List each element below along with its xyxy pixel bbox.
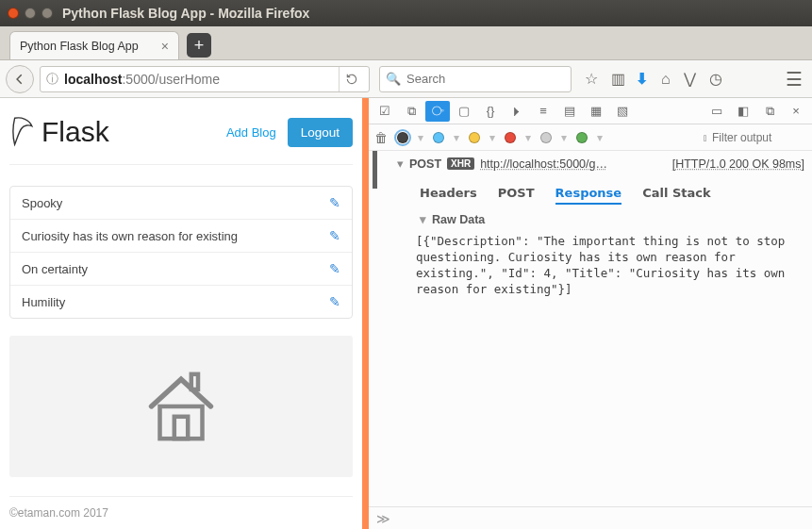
chevron-down-icon[interactable]: ▾ bbox=[489, 131, 495, 144]
filter-dot-log[interactable] bbox=[540, 132, 552, 143]
inspector-tool-icon[interactable]: ☑ bbox=[373, 101, 397, 122]
raw-data-toggle[interactable]: ▾ Raw Data bbox=[420, 212, 804, 226]
chevron-down-icon[interactable]: ▾ bbox=[597, 131, 603, 144]
edit-icon[interactable]: ✎ bbox=[329, 294, 340, 309]
web-page: Flask Add Blog Logout Spooky✎ Curiosity … bbox=[0, 98, 362, 529]
new-tab-button[interactable]: + bbox=[187, 33, 211, 58]
list-item[interactable]: Humility✎ bbox=[10, 286, 352, 318]
reload-button[interactable] bbox=[339, 67, 363, 91]
house-icon bbox=[139, 364, 224, 449]
console-tool-icon[interactable]: ⧉ bbox=[399, 101, 423, 122]
network-request-row[interactable]: ▾ POST XHR http://localhost:5000/g… [HTT… bbox=[397, 157, 804, 171]
filter-dot-warn[interactable] bbox=[469, 132, 480, 143]
edit-icon[interactable]: ✎ bbox=[329, 195, 340, 210]
subtab-post[interactable]: POST bbox=[498, 186, 535, 205]
home-icon[interactable]: ⌂ bbox=[661, 71, 671, 88]
pocket-icon[interactable]: ⋁ bbox=[684, 70, 696, 88]
blog-title: Spooky bbox=[22, 196, 62, 210]
window-title: Python Flask Blog App - Mozilla Firefox bbox=[62, 6, 309, 21]
window-close-button[interactable] bbox=[8, 8, 19, 19]
search-icon: 🔍 bbox=[386, 72, 401, 86]
expand-arrow-icon[interactable]: ▾ bbox=[397, 157, 404, 171]
subtab-headers[interactable]: Headers bbox=[420, 186, 477, 205]
responsive-tool-icon[interactable]: ▭ bbox=[704, 101, 729, 122]
info-icon[interactable]: ⓘ bbox=[46, 71, 58, 88]
request-subtabs: Headers POST Response Call Stack bbox=[420, 186, 804, 205]
svg-rect-2 bbox=[191, 374, 198, 389]
perf-tool-icon[interactable]: ≡ bbox=[531, 101, 555, 122]
search-input[interactable] bbox=[406, 72, 565, 86]
chevron-down-icon[interactable]: ▾ bbox=[525, 131, 531, 144]
url-bar[interactable]: ⓘ localhost:5000/userHome bbox=[40, 66, 370, 92]
storage-tool-icon[interactable]: ▧ bbox=[610, 101, 635, 122]
network-tool-icon[interactable]: ⧂ bbox=[425, 101, 450, 122]
list-item[interactable]: On certainty✎ bbox=[10, 253, 352, 286]
browser-toolbar: ⓘ localhost:5000/userHome 🔍 ☆ ▥ ⬇ ⌂ ⋁ ◷ … bbox=[0, 60, 812, 98]
page-footer: ©etaman.com 2017 bbox=[9, 496, 353, 520]
flask-logo: Flask bbox=[9, 115, 109, 149]
filter-dot-all[interactable] bbox=[397, 132, 408, 143]
subtab-response[interactable]: Response bbox=[555, 186, 622, 205]
blog-title: Curiosity has its own reason for existin… bbox=[22, 229, 238, 243]
window-minimize-button[interactable] bbox=[25, 8, 36, 19]
filter-dot-error[interactable] bbox=[505, 132, 516, 143]
memory-tool-icon[interactable]: ▦ bbox=[584, 101, 608, 122]
history-icon[interactable]: ◷ bbox=[709, 70, 722, 88]
chevron-down-icon[interactable]: ▾ bbox=[454, 131, 459, 144]
filter-dot-debug[interactable] bbox=[576, 132, 588, 143]
add-blog-link[interactable]: Add Blog bbox=[226, 125, 276, 140]
popout-tool-icon[interactable]: ⧉ bbox=[757, 101, 782, 122]
request-url[interactable]: http://localhost:5000/g… bbox=[480, 157, 607, 171]
svg-rect-0 bbox=[160, 406, 203, 438]
devtools-body: ▾ POST XHR http://localhost:5000/g… [HTT… bbox=[369, 151, 812, 506]
braces-tool-icon[interactable]: {} bbox=[478, 101, 503, 122]
blog-title: Humility bbox=[22, 295, 65, 309]
xhr-badge: XHR bbox=[447, 157, 474, 170]
devtools-splitter[interactable] bbox=[362, 98, 369, 529]
filter-dot-info[interactable] bbox=[433, 132, 444, 143]
debugger-tool-icon[interactable]: ⏵ bbox=[505, 101, 529, 122]
flask-horn-icon bbox=[9, 115, 36, 149]
bookmark-star-icon[interactable]: ☆ bbox=[585, 70, 598, 88]
search-bar[interactable]: 🔍 bbox=[379, 66, 572, 92]
subtab-callstack[interactable]: Call Stack bbox=[642, 186, 710, 205]
arrow-left-icon bbox=[13, 73, 26, 86]
response-body[interactable]: [{"Description": "The important thing is… bbox=[416, 234, 793, 298]
box-tool-icon[interactable]: ▢ bbox=[452, 101, 476, 122]
url-host: localhost bbox=[64, 72, 122, 87]
devtools-filter-input-wrap: ⫾ bbox=[703, 131, 806, 144]
layout-tool-icon[interactable]: ▤ bbox=[557, 101, 582, 122]
chevron-down-icon: ▾ bbox=[420, 212, 426, 226]
blog-title: On certainty bbox=[22, 262, 88, 276]
tab-title: Python Flask Blog App bbox=[20, 40, 139, 53]
dock-side-icon[interactable]: ◧ bbox=[731, 101, 755, 122]
devtools-tabbar: ☑ ⧉ ⧂ ▢ {} ⏵ ≡ ▤ ▦ ▧ ▭ ◧ ⧉ × bbox=[369, 98, 812, 124]
menu-button[interactable]: ☰ bbox=[786, 68, 803, 91]
list-item[interactable]: Spooky✎ bbox=[10, 187, 352, 220]
edit-icon[interactable]: ✎ bbox=[329, 228, 340, 243]
window-titlebar: Python Flask Blog App - Mozilla Firefox bbox=[0, 0, 812, 26]
svg-rect-1 bbox=[174, 417, 188, 438]
window-maximize-button[interactable] bbox=[41, 8, 53, 19]
library-icon[interactable]: ▥ bbox=[611, 70, 622, 88]
filter-icon: ⫾ bbox=[703, 131, 708, 144]
browser-tabstrip: Python Flask Blog App × + bbox=[0, 26, 812, 60]
list-item[interactable]: Curiosity has its own reason for existin… bbox=[10, 220, 352, 253]
back-button[interactable] bbox=[6, 65, 34, 93]
devtools-close-icon[interactable]: × bbox=[784, 101, 808, 122]
downloads-icon[interactable]: ⬇ bbox=[636, 70, 648, 88]
house-panel bbox=[9, 336, 353, 477]
chevron-down-icon[interactable]: ▾ bbox=[561, 131, 567, 144]
browser-tab[interactable]: Python Flask Blog App × bbox=[9, 31, 179, 59]
devtools-filter-row: 🗑 ▾ ▾ ▾ ▾ ▾ ▾ ⫾ bbox=[369, 124, 812, 151]
clear-icon[interactable]: 🗑 bbox=[374, 130, 388, 145]
reload-icon bbox=[345, 73, 358, 86]
request-method: POST bbox=[409, 157, 441, 171]
logout-button[interactable]: Logout bbox=[288, 118, 353, 147]
devtools-filter-input[interactable] bbox=[712, 131, 806, 144]
edit-icon[interactable]: ✎ bbox=[329, 261, 340, 276]
console-prompt-icon[interactable]: ≫ bbox=[376, 511, 390, 526]
tab-close-icon[interactable]: × bbox=[161, 39, 169, 54]
chevron-down-icon[interactable]: ▾ bbox=[418, 131, 423, 144]
url-rest: :5000/userHome bbox=[122, 72, 220, 87]
